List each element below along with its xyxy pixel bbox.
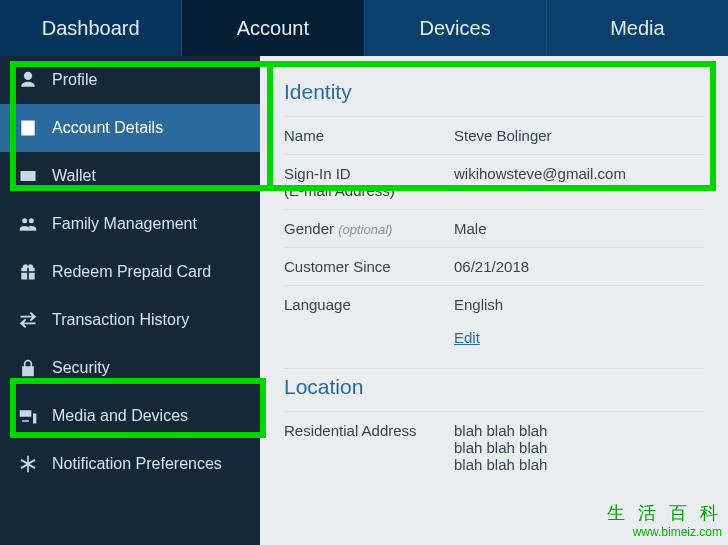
main-content: Identity Name Steve Bolinger Sign-In ID … <box>260 56 728 545</box>
family-icon <box>18 214 38 234</box>
asterisk-icon <box>18 454 38 474</box>
sidebar-item-label: Transaction History <box>52 311 189 329</box>
identity-gender-value: Male <box>454 220 704 237</box>
location-section-title: Location <box>284 375 704 399</box>
section-divider <box>284 368 704 369</box>
gift-icon <box>18 262 38 282</box>
identity-language-value: English <box>454 296 704 313</box>
tab-media[interactable]: Media <box>547 0 728 56</box>
wallet-icon <box>18 166 38 186</box>
location-address-value: blah blah blah blah blah blah blah blah … <box>454 422 704 473</box>
sidebar-item-label: Media and Devices <box>52 407 188 425</box>
devices-icon <box>18 406 38 426</box>
identity-signin-value: wikihowsteve@gmail.com <box>454 165 704 182</box>
tab-dashboard[interactable]: Dashboard <box>0 0 182 56</box>
person-icon <box>18 70 38 90</box>
sidebar-item-notifications[interactable]: Notification Preferences <box>0 440 260 488</box>
sidebar-item-profile[interactable]: Profile <box>0 56 260 104</box>
sidebar-item-account-details[interactable]: Account Details <box>0 104 260 152</box>
identity-customer-since-value: 06/21/2018 <box>454 258 704 275</box>
sidebar-item-family[interactable]: Family Management <box>0 200 260 248</box>
top-tabs: Dashboard Account Devices Media <box>0 0 728 56</box>
lock-icon <box>18 358 38 378</box>
identity-name-label: Name <box>284 127 454 144</box>
watermark: 生 活 百 科 www.bimeiz.com <box>607 503 722 539</box>
sidebar-item-label: Account Details <box>52 119 163 137</box>
sidebar-item-media-devices[interactable]: Media and Devices <box>0 392 260 440</box>
location-address-label: Residential Address <box>284 422 454 439</box>
identity-customer-since-label: Customer Since <box>284 258 454 275</box>
sidebar-item-label: Redeem Prepaid Card <box>52 263 211 281</box>
transfer-icon <box>18 310 38 330</box>
identity-edit-link[interactable]: Edit <box>284 329 480 346</box>
sidebar-item-redeem[interactable]: Redeem Prepaid Card <box>0 248 260 296</box>
sidebar-item-label: Family Management <box>52 215 197 233</box>
document-icon <box>18 118 38 138</box>
sidebar-item-wallet[interactable]: Wallet <box>0 152 260 200</box>
sidebar-item-transactions[interactable]: Transaction History <box>0 296 260 344</box>
identity-signin-label: Sign-In ID (E-mail Address) <box>284 165 454 199</box>
sidebar: Profile Account Details Wallet Family Ma… <box>0 56 260 545</box>
sidebar-item-label: Wallet <box>52 167 96 185</box>
identity-gender-row: Gender (optional) Male <box>284 209 704 247</box>
identity-signin-row: Sign-In ID (E-mail Address) wikihowsteve… <box>284 154 704 209</box>
tab-devices[interactable]: Devices <box>365 0 547 56</box>
tab-account[interactable]: Account <box>182 0 364 56</box>
identity-section-title: Identity <box>284 80 704 104</box>
location-address-row: Residential Address blah blah blah blah … <box>284 411 704 483</box>
identity-customer-since-row: Customer Since 06/21/2018 <box>284 247 704 285</box>
sidebar-item-label: Security <box>52 359 110 377</box>
sidebar-item-label: Profile <box>52 71 97 89</box>
identity-language-label: Language <box>284 296 454 313</box>
sidebar-item-label: Notification Preferences <box>52 455 222 473</box>
identity-name-row: Name Steve Bolinger <box>284 116 704 154</box>
identity-language-row: Language English <box>284 285 704 323</box>
identity-gender-label: Gender (optional) <box>284 220 454 237</box>
sidebar-item-security[interactable]: Security <box>0 344 260 392</box>
identity-name-value: Steve Bolinger <box>454 127 704 144</box>
